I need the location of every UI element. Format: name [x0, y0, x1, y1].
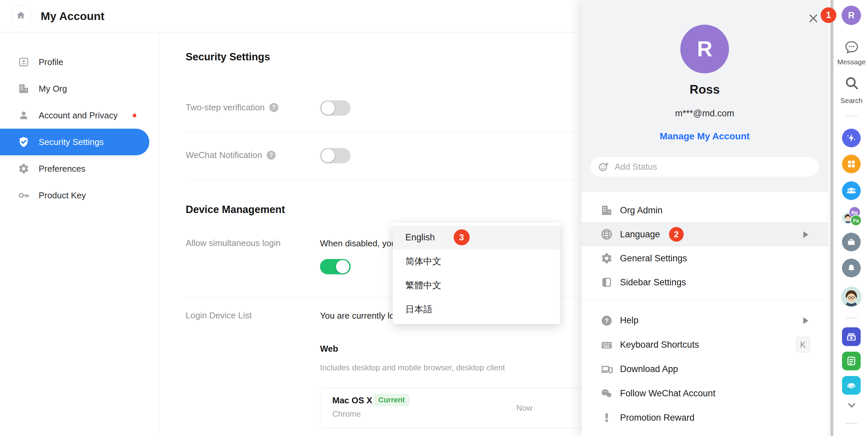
device-last-active: Now: [516, 403, 532, 413]
magic-flash-app-icon[interactable]: [842, 129, 861, 147]
language-option-english[interactable]: English 3: [393, 225, 560, 249]
workplace-grid-app-icon[interactable]: [842, 155, 861, 173]
page-title: My Account: [41, 10, 104, 23]
help-circle-icon: ?: [600, 314, 613, 327]
manage-account-link[interactable]: Manage My Account: [582, 131, 828, 142]
menu-item-sidebar-settings[interactable]: Sidebar Settings: [582, 270, 828, 294]
simultaneous-login-field: Allow simultaneous login: [186, 238, 281, 248]
chevron-down-icon[interactable]: [835, 399, 868, 411]
menu-item-label: Promotion Reward: [620, 413, 695, 423]
close-icon[interactable]: [807, 12, 819, 24]
wechat-label: WeChat Notification: [186, 150, 262, 160]
sidebar-item-my-org[interactable]: My Org: [0, 75, 159, 102]
sidebar-item-preferences[interactable]: Preferences: [0, 155, 159, 182]
sidebar-item-label: Profile: [39, 57, 63, 67]
bell-app-icon[interactable]: [842, 259, 861, 277]
menu-divider: [582, 301, 828, 301]
menu-item-label: Sidebar Settings: [620, 277, 686, 288]
scrollbar-thumb[interactable]: [830, 0, 833, 436]
language-option-label: 日本語: [405, 303, 432, 315]
menu-item-follow-wechat[interactable]: Follow WeChat Account: [582, 381, 828, 406]
rail-divider: [846, 318, 857, 318]
web-section-title: Web: [320, 344, 338, 354]
home-icon: [16, 10, 26, 22]
language-option-label: English: [405, 232, 435, 243]
sidebar-item-label: Product Key: [39, 190, 86, 201]
avatar-initial: R: [848, 10, 855, 21]
menu-item-keyboard-shortcuts[interactable]: Keyboard Shortcuts K: [582, 333, 828, 357]
language-option-traditional-chinese[interactable]: 繁體中文: [393, 273, 560, 297]
two-step-toggle[interactable]: [320, 100, 351, 116]
sidebar-item-security-settings[interactable]: Security Settings: [0, 129, 149, 155]
medal-icon: [600, 411, 613, 425]
simultaneous-login-label: Allow simultaneous login: [186, 238, 281, 248]
menu-item-label: Help: [620, 315, 639, 326]
wechat-icon: [600, 387, 613, 400]
sidebar-item-profile[interactable]: Profile: [0, 49, 159, 75]
building-icon: [17, 82, 30, 95]
menu-item-language[interactable]: Language 2: [582, 222, 828, 246]
web-section-subtitle: Includes desktop and mobile browser, des…: [320, 363, 505, 372]
rail-user-avatar[interactable]: R: [842, 6, 861, 25]
help-question-icon[interactable]: ?: [267, 151, 276, 160]
step-badge-2: 2: [669, 227, 684, 242]
gear-icon: [600, 252, 613, 265]
wechat-toggle[interactable]: [320, 148, 351, 163]
person-icon: [17, 109, 30, 122]
menu-item-promotion-reward[interactable]: Promotion Reward: [582, 406, 828, 430]
account-menu-panel: R Ross m***@md.com Manage My Account Add…: [582, 0, 835, 436]
my-account-page: My Account Profile My Org Account and Pr…: [0, 0, 868, 436]
step-badge-3: 3: [454, 229, 470, 245]
payroll-app-icon[interactable]: [842, 327, 861, 346]
gear-icon: [17, 162, 30, 175]
search-icon[interactable]: [835, 76, 868, 90]
notification-dot: [133, 114, 136, 117]
personal-avatar[interactable]: [841, 287, 862, 307]
message-label[interactable]: Message: [835, 58, 868, 66]
shield-check-icon: [17, 136, 30, 148]
menu-item-label: Follow WeChat Account: [620, 388, 715, 399]
search-label[interactable]: Search: [835, 97, 868, 105]
building-icon: [600, 204, 613, 217]
sidebar-item-label: My Org: [39, 84, 67, 94]
contacts-app-icon[interactable]: [842, 181, 861, 200]
section-title-security: Security Settings: [186, 51, 270, 63]
language-dropdown: English 3 简体中文 繁體中文 日本語: [393, 223, 560, 324]
avatar-initial: R: [697, 37, 712, 61]
id-card-icon: [17, 56, 30, 68]
step-badge-1: 1: [821, 7, 836, 23]
panel-scrollbar[interactable]: [828, 0, 835, 436]
group-chat-avatar[interactable]: Ro Fa: [842, 207, 861, 226]
help-question-icon[interactable]: ?: [269, 103, 278, 112]
user-avatar[interactable]: R: [680, 25, 729, 73]
language-option-japanese[interactable]: 日本語: [393, 297, 560, 321]
key-icon: [17, 189, 30, 202]
sidebar-item-account-privacy[interactable]: Account and Privacy: [0, 102, 159, 129]
menu-item-help[interactable]: ? Help: [582, 308, 828, 333]
add-status-input[interactable]: Add Status: [591, 157, 819, 177]
login-device-list-field: Login Device List: [186, 310, 252, 321]
menu-item-label: Org Admin: [620, 205, 663, 216]
current-device-badge: Current: [374, 394, 409, 406]
device-browser: Chrome: [332, 409, 361, 419]
sidebar-item-label: Preferences: [39, 164, 85, 174]
two-step-label: Two-step verification: [186, 102, 265, 113]
sidebar-item-label: Account and Privacy: [39, 110, 118, 121]
sidebar-item-product-key[interactable]: Product Key: [0, 182, 159, 209]
blocks-app-icon[interactable]: [842, 376, 861, 395]
menu-item-download-app[interactable]: Download App: [582, 357, 828, 381]
language-option-simplified-chinese[interactable]: 简体中文: [393, 249, 560, 273]
docs-app-icon[interactable]: [842, 352, 861, 370]
home-button[interactable]: [10, 5, 32, 27]
briefcase-app-icon[interactable]: [842, 233, 861, 251]
toggle-knob: [321, 149, 335, 162]
menu-item-org-admin[interactable]: Org Admin: [582, 198, 828, 222]
message-icon[interactable]: [835, 39, 868, 55]
user-email: m***@md.com: [582, 108, 828, 119]
menu-item-general-settings[interactable]: General Settings: [582, 246, 828, 270]
smiley-plus-icon: [598, 161, 609, 173]
simultaneous-login-toggle[interactable]: [320, 259, 351, 274]
wechat-field: WeChat Notification ?: [186, 150, 276, 160]
devices-icon: [600, 363, 613, 376]
simultaneous-login-desc: When disabled, you: [320, 238, 396, 249]
